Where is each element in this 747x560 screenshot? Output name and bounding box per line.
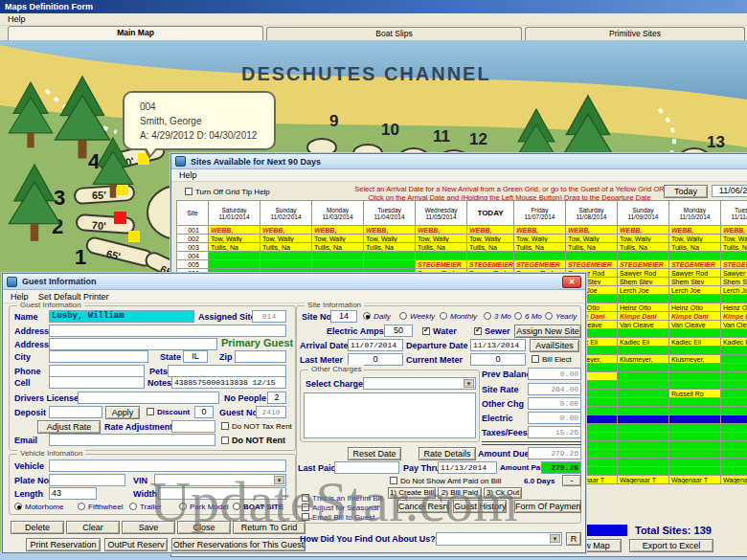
radio-fifthwheel[interactable]: Fifthwheel <box>78 503 123 511</box>
grid-cell[interactable]: Lerch Joe <box>720 286 747 295</box>
grid-cell[interactable]: Heinz Otto <box>617 303 668 312</box>
current-meter-field[interactable]: 0 <box>470 353 526 366</box>
grid-cell[interactable]: Tow, Wally <box>720 235 747 243</box>
days-stepper-button[interactable]: - <box>562 475 581 486</box>
grid-cell[interactable] <box>720 355 747 364</box>
other-reservations-button[interactable]: Other Reservations for This Guest <box>171 538 306 551</box>
output-reserv-button[interactable]: OutPut Reserv <box>104 538 168 551</box>
select-charge-dropdown[interactable]: ▼ <box>363 377 476 390</box>
radio-6mo[interactable]: 6 Mo <box>514 312 542 321</box>
assigned-site-field[interactable]: 014 <box>252 310 286 323</box>
zip-field[interactable] <box>235 350 286 363</box>
grid-cell[interactable]: Kadlec Eli <box>668 338 720 347</box>
grid-cell[interactable] <box>720 347 747 355</box>
grid-cell[interactable] <box>617 415 668 424</box>
grid-cell[interactable] <box>416 252 467 260</box>
grid-cell[interactable] <box>668 295 720 303</box>
grid-cell[interactable] <box>312 252 364 260</box>
plate-no-field[interactable] <box>49 474 125 486</box>
guest-window-titlebar[interactable]: Guest Information <box>3 274 585 290</box>
grid-cell[interactable] <box>668 415 720 424</box>
grid-cell[interactable] <box>617 398 668 407</box>
grid-cell[interactable] <box>668 424 720 433</box>
grid-cell[interactable]: STEGEMEIER <box>565 260 617 269</box>
grid-cell[interactable] <box>617 390 668 398</box>
grid-cell[interactable] <box>668 433 720 441</box>
grid-cell[interactable]: STEGEMEIER <box>416 260 467 269</box>
grid-cell[interactable] <box>209 260 260 269</box>
grid-cell[interactable]: Tullis, Na <box>617 243 668 252</box>
discount-field[interactable]: 0 <box>194 406 214 418</box>
chevron-down-icon[interactable]: ▼ <box>550 534 560 543</box>
grid-cell[interactable]: Kimpe Dani <box>617 312 668 321</box>
grid-cell[interactable] <box>617 424 668 433</box>
grid-cell[interactable]: Tow, Wally <box>668 235 720 243</box>
state-field[interactable]: IL <box>183 350 208 363</box>
grid-cell[interactable]: Tullis, Na <box>720 243 747 252</box>
grid-cell[interactable] <box>617 407 668 415</box>
grid-cell[interactable] <box>668 459 720 467</box>
grid-cell[interactable] <box>668 450 720 459</box>
grid-cell[interactable] <box>720 415 747 424</box>
close-button[interactable]: ✕ <box>562 276 581 288</box>
radio-daily[interactable]: Daily <box>363 312 391 321</box>
grid-cell[interactable]: Kadlec Eli <box>720 338 747 347</box>
grid-cell[interactable]: Shem Stev <box>668 278 720 286</box>
grid-cell[interactable]: WEBB, <box>617 226 668 235</box>
grid-cell[interactable] <box>617 329 668 338</box>
grid-cell[interactable]: Shem Stev <box>720 278 747 286</box>
clear-button[interactable]: Clear <box>66 521 120 534</box>
grid-cell[interactable]: Tow, Wally <box>467 235 514 243</box>
grid-cell[interactable] <box>720 329 747 338</box>
grid-cell[interactable]: Shem Stev <box>617 278 668 286</box>
grid-cell[interactable]: Tow, Wally <box>260 235 312 243</box>
grid-cell[interactable]: WEBB, <box>260 226 312 235</box>
sites-window-titlebar[interactable]: Sites Available for Next 90 Days <box>171 154 747 169</box>
tab-primitive-sites[interactable]: Primitive Sites <box>525 27 745 40</box>
radio-yearly[interactable]: Yearly <box>545 312 577 321</box>
grid-cell[interactable] <box>617 372 668 381</box>
grid-cell[interactable]: WEBB, <box>565 226 617 235</box>
r-button[interactable]: R <box>566 532 581 546</box>
grid-cell[interactable] <box>364 260 416 269</box>
grid-cell[interactable]: Tullis, Na <box>312 243 364 252</box>
reset-date-button[interactable]: Reset Date <box>348 447 401 460</box>
grid-cell[interactable]: Tullis, Na <box>260 243 312 252</box>
pier-2-marker[interactable] <box>114 212 126 224</box>
grid-cell[interactable]: Tullis, Na <box>513 243 565 252</box>
grid-cell[interactable]: WEBB, <box>416 226 467 235</box>
grid-cell[interactable] <box>720 441 747 450</box>
grid-cell[interactable] <box>668 372 720 381</box>
grid-cell[interactable] <box>260 252 312 260</box>
tab-main-map[interactable]: Main Map <box>8 26 263 40</box>
grid-cell[interactable] <box>668 252 720 260</box>
grid-cell[interactable] <box>668 441 720 450</box>
grid-cell[interactable]: Tullis, Na <box>416 243 467 252</box>
grid-cell[interactable] <box>720 424 747 433</box>
assign-new-site-button[interactable]: Assign New Site <box>514 325 581 338</box>
grid-cell[interactable]: WEBB, <box>312 226 364 235</box>
grid-cell[interactable]: WEBB, <box>668 226 720 235</box>
departure-date-field[interactable]: 11/13/2014 <box>470 339 526 351</box>
grid-cell[interactable]: Lerch Joe <box>668 286 720 295</box>
grid-cell[interactable]: Tullis, Na <box>467 243 514 252</box>
arrival-date-field[interactable]: 11/07/2014 <box>348 339 403 351</box>
grid-cell[interactable] <box>720 252 747 260</box>
grid-cell[interactable] <box>617 467 668 476</box>
grid-cell[interactable] <box>617 364 668 372</box>
address2-field[interactable] <box>49 338 217 350</box>
grid-cell[interactable] <box>260 260 312 269</box>
grid-cell[interactable] <box>617 381 668 390</box>
grid-cell[interactable]: Kimpe Dani <box>720 312 747 321</box>
charges-listbox[interactable] <box>304 392 476 438</box>
apply-button[interactable]: Apply <box>105 406 140 419</box>
turn-off-grid-tip-checkbox[interactable]: Turn Off Grid Tip Help <box>185 188 270 196</box>
grid-cell[interactable]: Heinz Otto <box>668 303 720 312</box>
grid-cell[interactable]: STEGEMEIER <box>720 260 747 269</box>
grid-cell[interactable]: STEGEMEIER <box>513 260 565 269</box>
grid-cell[interactable] <box>668 381 720 390</box>
grid-cell[interactable] <box>617 252 668 260</box>
grid-cell[interactable]: Klusmeyer, <box>668 355 720 364</box>
grid-cell[interactable]: Tow, Wally <box>312 235 364 243</box>
grid-cell[interactable]: WEBB, <box>467 226 514 235</box>
